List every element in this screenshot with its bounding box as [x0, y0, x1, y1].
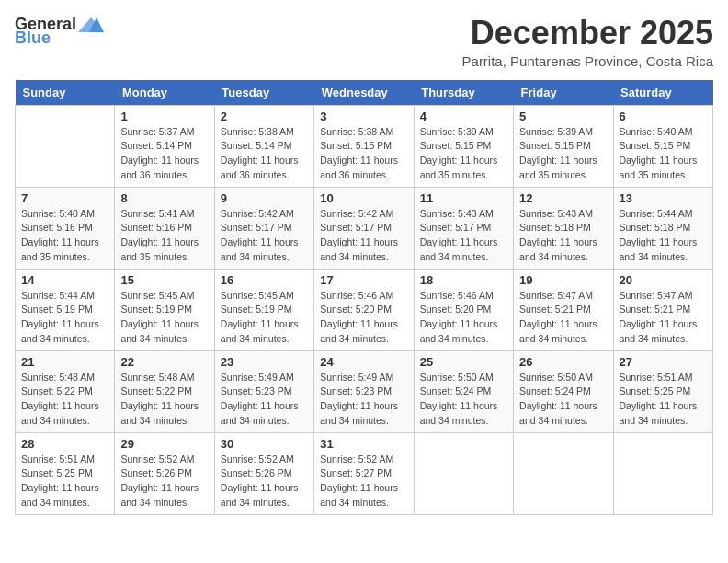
sunset-text: Sunset: 5:17 PM — [420, 221, 507, 236]
sunset-text: Sunset: 5:19 PM — [21, 303, 108, 317]
day-number: 2 — [221, 109, 308, 123]
sunset-text: Sunset: 5:22 PM — [120, 385, 208, 399]
calendar-cell: 23Sunrise: 5:49 AMSunset: 5:23 PMDayligh… — [214, 350, 313, 432]
calendar-cell: 6Sunrise: 5:40 AMSunset: 5:15 PMDaylight… — [613, 105, 712, 187]
day-info: Sunrise: 5:39 AMSunset: 5:15 PMDaylight:… — [519, 125, 607, 183]
sunset-text: Sunset: 5:26 PM — [221, 466, 308, 481]
day-info: Sunrise: 5:51 AMSunset: 5:25 PMDaylight:… — [620, 371, 707, 429]
sunrise-text: Sunrise: 5:41 AM — [120, 207, 208, 222]
day-info: Sunrise: 5:50 AMSunset: 5:24 PMDaylight:… — [420, 371, 507, 429]
calendar-cell: 20Sunrise: 5:47 AMSunset: 5:21 PMDayligh… — [613, 269, 712, 350]
sunrise-text: Sunrise: 5:38 AM — [320, 125, 407, 140]
daylight-text: Daylight: 11 hours and 34 minutes. — [620, 236, 707, 265]
logo-blue: Blue — [15, 29, 51, 48]
calendar-cell: 29Sunrise: 5:52 AMSunset: 5:26 PMDayligh… — [115, 432, 214, 514]
sunset-text: Sunset: 5:27 PM — [320, 466, 407, 481]
day-info: Sunrise: 5:41 AMSunset: 5:16 PMDaylight:… — [120, 207, 208, 265]
sunset-text: Sunset: 5:20 PM — [320, 303, 407, 317]
daylight-text: Daylight: 11 hours and 34 minutes. — [519, 317, 607, 347]
daylight-text: Daylight: 11 hours and 36 minutes. — [120, 154, 208, 183]
month-title: December 2025 — [462, 15, 713, 52]
logo: General Blue — [15, 15, 104, 48]
header-tuesday: Tuesday — [214, 80, 313, 106]
daylight-text: Daylight: 11 hours and 35 minutes. — [21, 236, 108, 265]
sunrise-text: Sunrise: 5:43 AM — [420, 207, 507, 222]
day-info: Sunrise: 5:49 AMSunset: 5:23 PMDaylight:… — [221, 371, 308, 429]
sunset-text: Sunset: 5:15 PM — [320, 139, 407, 154]
day-number: 4 — [420, 109, 507, 123]
day-number: 14 — [21, 273, 108, 287]
day-number: 20 — [620, 273, 707, 287]
calendar-cell: 5Sunrise: 5:39 AMSunset: 5:15 PMDaylight… — [514, 105, 613, 187]
sunrise-text: Sunrise: 5:40 AM — [21, 207, 108, 222]
calendar-cell — [514, 432, 613, 514]
day-number: 16 — [221, 273, 308, 287]
sunrise-text: Sunrise: 5:52 AM — [320, 453, 407, 467]
day-info: Sunrise: 5:42 AMSunset: 5:17 PMDaylight:… — [221, 207, 308, 265]
daylight-text: Daylight: 11 hours and 34 minutes. — [21, 399, 108, 429]
sunrise-text: Sunrise: 5:47 AM — [519, 289, 607, 304]
day-info: Sunrise: 5:46 AMSunset: 5:20 PMDaylight:… — [420, 289, 507, 347]
day-number: 29 — [120, 437, 208, 451]
daylight-text: Daylight: 11 hours and 35 minutes. — [620, 154, 707, 183]
sunrise-text: Sunrise: 5:47 AM — [620, 289, 707, 304]
daylight-text: Daylight: 11 hours and 34 minutes. — [620, 399, 707, 429]
week-row-2: 14Sunrise: 5:44 AMSunset: 5:19 PMDayligh… — [16, 269, 713, 350]
day-number: 24 — [320, 355, 407, 369]
calendar-cell: 17Sunrise: 5:46 AMSunset: 5:20 PMDayligh… — [314, 269, 414, 350]
day-info: Sunrise: 5:43 AMSunset: 5:17 PMDaylight:… — [420, 207, 507, 265]
day-number: 22 — [120, 355, 208, 369]
sunset-text: Sunset: 5:15 PM — [519, 139, 607, 154]
day-number: 6 — [620, 109, 707, 123]
sunset-text: Sunset: 5:14 PM — [221, 139, 308, 154]
sunset-text: Sunset: 5:20 PM — [420, 303, 507, 317]
sunrise-text: Sunrise: 5:39 AM — [519, 125, 607, 140]
calendar-cell: 24Sunrise: 5:49 AMSunset: 5:23 PMDayligh… — [314, 350, 414, 432]
sunset-text: Sunset: 5:25 PM — [21, 466, 108, 481]
day-info: Sunrise: 5:51 AMSunset: 5:25 PMDaylight:… — [21, 453, 108, 511]
daylight-text: Daylight: 11 hours and 34 minutes. — [21, 317, 108, 347]
header-monday: Monday — [115, 80, 214, 106]
daylight-text: Daylight: 11 hours and 34 minutes. — [420, 317, 507, 347]
week-row-1: 7Sunrise: 5:40 AMSunset: 5:16 PMDaylight… — [16, 187, 713, 269]
daylight-text: Daylight: 11 hours and 34 minutes. — [221, 317, 308, 347]
title-area: December 2025 Parrita, Puntarenas Provin… — [462, 15, 713, 69]
calendar-cell: 3Sunrise: 5:38 AMSunset: 5:15 PMDaylight… — [314, 105, 414, 187]
day-number: 10 — [320, 191, 407, 205]
day-number: 5 — [519, 109, 607, 123]
header-wednesday: Wednesday — [314, 80, 414, 106]
daylight-text: Daylight: 11 hours and 34 minutes. — [221, 481, 308, 511]
calendar-cell: 31Sunrise: 5:52 AMSunset: 5:27 PMDayligh… — [314, 432, 414, 514]
header-row: SundayMondayTuesdayWednesdayThursdayFrid… — [16, 80, 713, 106]
daylight-text: Daylight: 11 hours and 35 minutes. — [519, 154, 607, 183]
day-number: 9 — [221, 191, 308, 205]
sunrise-text: Sunrise: 5:45 AM — [120, 289, 208, 304]
day-number: 31 — [320, 437, 407, 451]
day-info: Sunrise: 5:40 AMSunset: 5:15 PMDaylight:… — [620, 125, 707, 183]
sunrise-text: Sunrise: 5:42 AM — [221, 207, 308, 222]
sunset-text: Sunset: 5:17 PM — [221, 221, 308, 236]
week-row-0: 1Sunrise: 5:37 AMSunset: 5:14 PMDaylight… — [16, 105, 713, 187]
calendar-cell: 1Sunrise: 5:37 AMSunset: 5:14 PMDaylight… — [115, 105, 214, 187]
sunset-text: Sunset: 5:16 PM — [21, 221, 108, 236]
day-number: 30 — [221, 437, 308, 451]
calendar-cell: 18Sunrise: 5:46 AMSunset: 5:20 PMDayligh… — [414, 269, 513, 350]
sunset-text: Sunset: 5:22 PM — [21, 385, 108, 399]
sunrise-text: Sunrise: 5:52 AM — [221, 453, 308, 467]
sunrise-text: Sunrise: 5:45 AM — [221, 289, 308, 304]
sunset-text: Sunset: 5:23 PM — [320, 385, 407, 399]
day-number: 27 — [620, 355, 707, 369]
logo-icon — [78, 16, 104, 34]
sunset-text: Sunset: 5:18 PM — [620, 221, 707, 236]
day-number: 23 — [221, 355, 308, 369]
day-info: Sunrise: 5:48 AMSunset: 5:22 PMDaylight:… — [120, 371, 208, 429]
calendar-cell: 28Sunrise: 5:51 AMSunset: 5:25 PMDayligh… — [16, 432, 115, 514]
day-info: Sunrise: 5:45 AMSunset: 5:19 PMDaylight:… — [221, 289, 308, 347]
day-info: Sunrise: 5:49 AMSunset: 5:23 PMDaylight:… — [320, 371, 407, 429]
day-number: 18 — [420, 273, 507, 287]
calendar-cell: 21Sunrise: 5:48 AMSunset: 5:22 PMDayligh… — [16, 350, 115, 432]
day-info: Sunrise: 5:52 AMSunset: 5:26 PMDaylight:… — [221, 453, 308, 511]
sunrise-text: Sunrise: 5:48 AM — [21, 371, 108, 385]
calendar-cell: 9Sunrise: 5:42 AMSunset: 5:17 PMDaylight… — [214, 187, 313, 269]
calendar-cell: 30Sunrise: 5:52 AMSunset: 5:26 PMDayligh… — [214, 432, 313, 514]
